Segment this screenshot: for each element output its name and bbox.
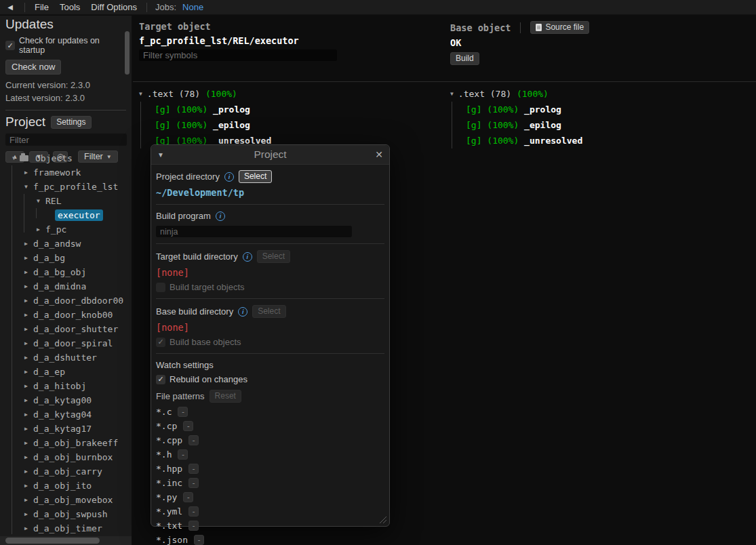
collapsed-arrow-icon[interactable]: ▶ (22, 411, 31, 418)
tree-item-framework[interactable]: ▶framework (0, 165, 123, 180)
collapsed-arrow-icon[interactable]: ▶ (22, 340, 31, 346)
tree-item-d_a_bg_obj[interactable]: ▶d_a_bg_obj (0, 265, 123, 279)
base-build-select-button[interactable]: Select (252, 305, 285, 318)
filter-symbols-input[interactable] (139, 49, 337, 61)
remove-pattern-button[interactable]: - (188, 464, 199, 474)
collapsed-arrow-icon[interactable]: ▶ (22, 241, 31, 247)
tree-item-d_a_door_spiral[interactable]: ▶d_a_door_spiral (0, 336, 123, 350)
tree-item-d_a_obj_burnbox[interactable]: ▶d_a_obj_burnbox (0, 450, 123, 464)
menu-item-file[interactable]: File (29, 1, 54, 14)
tree-item-f_pc_profile_lst[interactable]: ▼f_pc_profile_lst (0, 180, 123, 194)
tree-item-d_a_obj_carry[interactable]: ▶d_a_obj_carry (0, 464, 123, 479)
check-now-button[interactable]: Check now (5, 60, 61, 75)
expanded-arrow-icon[interactable]: ▼ (22, 184, 31, 190)
updates-startup-checkbox-row[interactable]: Check for updates on startup (5, 36, 126, 55)
tree-item-REL[interactable]: ▼REL (0, 194, 123, 208)
section-header-text[interactable]: ▼.text (78) (100%) (444, 86, 755, 102)
menu-item-diff-options[interactable]: Diff Options (85, 1, 142, 14)
collapsed-arrow-icon[interactable]: ▶ (22, 255, 31, 261)
sidebar-horizontal-scrollbar-track[interactable] (0, 536, 132, 545)
info-icon[interactable]: i (243, 252, 252, 262)
collapsed-arrow-icon[interactable]: ▶ (34, 226, 43, 233)
remove-pattern-button[interactable]: - (178, 407, 188, 417)
remove-pattern-button[interactable]: - (183, 421, 193, 431)
tree-item-d_a_kytag04[interactable]: ▶d_a_kytag04 (0, 407, 123, 422)
tree-item-d_a_dmidna[interactable]: ▶d_a_dmidna (0, 279, 123, 294)
checkbox-icon[interactable] (5, 41, 15, 50)
project-filter-input[interactable] (5, 134, 127, 146)
collapsed-arrow-icon[interactable]: ▶ (22, 283, 31, 289)
tree-item-f_pc[interactable]: ▶f_pc (0, 222, 123, 237)
settings-button[interactable]: Settings (51, 116, 91, 129)
collapsed-arrow-icon[interactable]: ▶ (22, 355, 31, 361)
tree-item-d_a_obj_ito[interactable]: ▶d_a_obj_ito (0, 479, 123, 493)
build-target-objects-checkbox-row[interactable]: Build target objects (156, 282, 384, 292)
expanded-arrow-icon[interactable]: ▼ (450, 91, 454, 97)
collapsed-arrow-icon[interactable]: ▶ (22, 269, 31, 275)
tree-item-d_a_obj_brakeeff[interactable]: ▶d_a_obj_brakeeff (0, 436, 123, 450)
collapsed-arrow-icon[interactable]: ▶ (22, 369, 31, 375)
collapsed-arrow-icon[interactable]: ▶ (22, 468, 31, 475)
collapsed-arrow-icon[interactable]: ▶ (22, 326, 31, 332)
project-dialog-titlebar[interactable]: ▼ Project ✕ (151, 145, 389, 165)
symbol-row-_unresolved[interactable]: [g] (100%) _unresolved (444, 133, 755, 148)
rebuild-on-changes-checkbox-row[interactable]: Rebuild on changes (156, 374, 384, 384)
menu-item-tools[interactable]: Tools (54, 1, 85, 14)
build-button[interactable]: Build (450, 52, 479, 65)
tree-item-d_a_door_knob00[interactable]: ▶d_a_door_knob00 (0, 308, 123, 322)
collapsed-arrow-icon[interactable]: ▶ (22, 298, 31, 304)
tree-item-d_a_obj_timer[interactable]: ▶d_a_obj_timer (0, 521, 123, 534)
info-icon[interactable]: i (224, 172, 234, 182)
tree-item-d_a_obj_swpush[interactable]: ▶d_a_obj_swpush (0, 507, 123, 521)
collapsed-arrow-icon[interactable]: ▶ (22, 454, 31, 460)
expanded-arrow-icon[interactable]: ▼ (34, 198, 43, 204)
tree-item-d_a_kytag17[interactable]: ▶d_a_kytag17 (0, 422, 123, 436)
target-build-select-button[interactable]: Select (257, 250, 290, 263)
symbol-row-_prolog[interactable]: [g] (100%) _prolog (133, 102, 444, 117)
symbol-row-_epilog[interactable]: [g] (100%) _epilog (444, 117, 755, 133)
source-file-button[interactable]: Source file (530, 21, 589, 34)
checkbox-icon[interactable] (156, 283, 165, 292)
checkbox-icon[interactable] (156, 375, 165, 384)
tree-item-d_a_hitobj[interactable]: ▶d_a_hitobj (0, 379, 123, 393)
tree-item-d_a_ep[interactable]: ▶d_a_ep (0, 365, 123, 379)
sidebar-horizontal-scrollbar-thumb[interactable] (5, 538, 100, 544)
tree-item-d_a_kytag00[interactable]: ▶d_a_kytag00 (0, 393, 123, 407)
section-header-text[interactable]: ▼.text (78) (100%) (133, 86, 444, 102)
tree-item-d_a_door_dbdoor00[interactable]: ▶d_a_door_dbdoor00 (0, 294, 123, 308)
tree-item-d_a_andsw[interactable]: ▶d_a_andsw (0, 237, 123, 251)
remove-pattern-button[interactable]: - (178, 449, 188, 460)
tree-item-executor[interactable]: executor (0, 208, 123, 222)
remove-pattern-button[interactable]: - (183, 492, 193, 502)
collapsed-arrow-icon[interactable]: ▶ (22, 169, 31, 176)
expanded-arrow-icon[interactable]: ▼ (139, 91, 142, 97)
remove-pattern-button[interactable]: - (188, 506, 199, 517)
tree-item-d_a_dshutter[interactable]: ▶d_a_dshutter (0, 350, 123, 365)
project-directory-select-button[interactable]: Select (239, 170, 272, 183)
info-icon[interactable]: i (216, 211, 225, 221)
collapsed-arrow-icon[interactable]: ▶ (22, 525, 31, 531)
close-icon[interactable]: ✕ (370, 149, 383, 160)
sidebar-vertical-scrollbar[interactable] (125, 31, 130, 75)
collapsed-arrow-icon[interactable]: ▶ (22, 312, 31, 318)
expanded-arrow-icon[interactable]: ▼ (9, 155, 18, 161)
collapse-icon[interactable]: ▼ (157, 151, 171, 159)
reset-patterns-button[interactable]: Reset (210, 390, 241, 403)
build-program-input[interactable] (156, 226, 352, 237)
remove-pattern-button[interactable]: - (194, 535, 204, 545)
tree-item-Objects[interactable]: ▼Objects (0, 151, 123, 165)
collapsed-arrow-icon[interactable]: ▶ (22, 397, 31, 403)
jobs-none-link[interactable]: None (182, 2, 203, 12)
remove-pattern-button[interactable]: - (188, 435, 199, 445)
collapsed-arrow-icon[interactable]: ▶ (22, 497, 31, 503)
collapsed-arrow-icon[interactable]: ▶ (22, 426, 31, 432)
back-icon[interactable]: ◀ (0, 3, 20, 11)
collapsed-arrow-icon[interactable]: ▶ (22, 483, 31, 489)
build-base-objects-checkbox-row[interactable]: Build base objects (156, 337, 384, 347)
symbol-row-_prolog[interactable]: [g] (100%) _prolog (444, 102, 755, 117)
checkbox-icon[interactable] (156, 338, 165, 347)
symbol-row-_epilog[interactable]: [g] (100%) _epilog (133, 117, 444, 133)
tree-item-d_a_door_shutter[interactable]: ▶d_a_door_shutter (0, 322, 123, 336)
collapsed-arrow-icon[interactable]: ▶ (22, 383, 31, 389)
collapsed-arrow-icon[interactable]: ▶ (22, 511, 31, 517)
